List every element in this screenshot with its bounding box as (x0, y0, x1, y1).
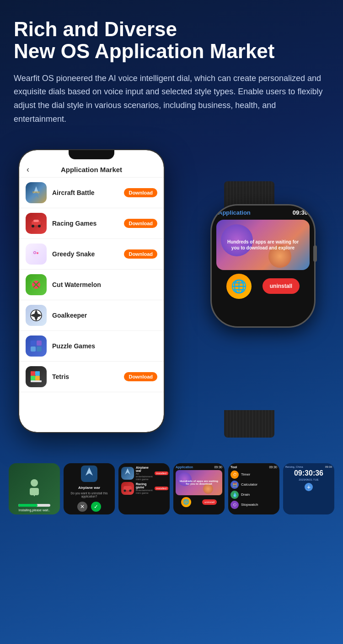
svg-rect-26 (31, 380, 42, 382)
app-name: Goalkeeper (52, 312, 157, 319)
watch-bottom-row: 🌐 uninstall (216, 274, 310, 299)
app-name: Greedy Snake (52, 250, 124, 258)
thumb-app-info: Racing game entertainment mini game (136, 482, 153, 494)
thumb-app-icon (121, 482, 134, 495)
thumb-tool-header: Tool 09:30 (230, 465, 277, 469)
calculator-icon: 🧮 (230, 481, 239, 489)
thumb-globe-button[interactable]: 🌐 (181, 497, 191, 507)
aircraft-icon (26, 182, 47, 203)
watch-globe-button[interactable]: 🌐 (226, 274, 252, 299)
thumbnail-uninstall-confirm: Airplane war Do you want to uninstall th… (64, 463, 115, 514)
thumb-watch-actions: 🌐 uninstall (176, 497, 222, 507)
phone-screen: ‹ Application Market Aircraft Battle Dow… (19, 150, 164, 432)
app-market-header: ‹ Application Market (19, 161, 164, 178)
thumbnail-installing: Installing,please wait.. (9, 463, 60, 514)
app-name: Cut Watermelon (52, 281, 157, 288)
watch-time: 09:30 (293, 209, 308, 216)
thumbnail-app-list: Airplane war An entertainment mini game … (118, 463, 170, 514)
app-name: Tetris (52, 373, 124, 380)
list-item: Aircraft Battle Download (19, 178, 164, 208)
phone-notch (69, 150, 114, 159)
thumb-app-sub: An entertainment mini game (136, 472, 153, 481)
item-label: Drain (241, 492, 250, 497)
back-icon[interactable]: ‹ (27, 165, 29, 174)
list-item: Racing game entertainment mini game inst… (121, 482, 167, 495)
item-label: Stopwatch (241, 503, 258, 507)
list-item: Racing Games Download (19, 208, 164, 239)
thumb-clock-header: Beising, China 09:30 (285, 465, 332, 468)
thumb-time: 09:30 (269, 465, 277, 469)
thumb-cancel-button[interactable]: ✕ (77, 502, 87, 512)
item-label: Calculator (241, 482, 257, 487)
thumb-tool-label: Tool (230, 465, 237, 469)
thumb-app-icon (81, 465, 97, 484)
add-clock-button[interactable]: + (305, 483, 313, 491)
list-item: 💧 Drain (230, 491, 277, 499)
svg-point-35 (124, 489, 126, 492)
svg-rect-21 (37, 346, 42, 352)
devices-section: ‹ Application Market Aircraft Battle Dow… (0, 145, 343, 456)
list-item: Airplane war An entertainment mini game … (121, 466, 167, 481)
svg-point-27 (31, 479, 38, 487)
download-button[interactable]: Download (124, 188, 157, 197)
app-name: Aircraft Battle (52, 189, 124, 196)
thumb-app-name: Racing game (136, 482, 153, 489)
svg-rect-22 (31, 371, 35, 376)
phone-mockup: ‹ Application Market Aircraft Battle Dow… (18, 149, 165, 433)
list-item: Tetris Download (19, 362, 164, 392)
thumb-confirm-button[interactable]: ✓ (91, 502, 101, 512)
svg-point-10 (34, 252, 36, 253)
app-name: Racing Games (52, 220, 124, 227)
watch-app-label: Application (218, 209, 251, 216)
thumb-installed-badge: installed (155, 487, 168, 490)
list-item: ⏲ Stopwatch (230, 501, 277, 509)
svg-rect-23 (35, 371, 40, 376)
progress-fill (18, 504, 38, 507)
thumb-app-label: Application (176, 465, 193, 469)
download-button[interactable]: Download (124, 249, 157, 259)
list-item: ⏱ Timer (230, 471, 277, 479)
thumb-installed-badge: installed (155, 471, 168, 475)
snake-icon (26, 244, 47, 265)
thumb-uninstall-button[interactable]: uninstall (202, 499, 217, 505)
app-list: Aircraft Battle Download Racing Games Do… (19, 178, 164, 392)
download-button[interactable]: Download (124, 219, 157, 228)
list-item: Puzzle Games (19, 331, 164, 362)
app-name: Puzzle Games (52, 342, 157, 350)
thumb-app-name: Airplane war (78, 486, 100, 490)
svg-rect-2 (32, 191, 40, 193)
racing-icon (26, 213, 47, 234)
svg-rect-19 (37, 341, 42, 346)
svg-point-6 (38, 225, 41, 227)
install-icon (23, 476, 46, 502)
watch-promo-banner: Hundreds of apps are waiting for you to … (216, 220, 310, 270)
svg-marker-32 (125, 468, 130, 475)
list-item: Greedy Snake Download (19, 239, 164, 270)
thumbnails-section: Installing,please wait.. Airplane war Do… (0, 456, 343, 522)
svg-rect-7 (33, 220, 39, 222)
watch-case: Application 09:30 Hundreds of apps are w… (210, 204, 316, 328)
watch-band-bottom (224, 410, 274, 438)
puzzle-icon (26, 336, 47, 357)
timer-icon: ⏱ (230, 471, 239, 479)
clock-display: 09:30:36 (285, 469, 332, 477)
goalkeeper-icon (26, 305, 47, 326)
watch-promo-text: Hundreds of apps are waiting for you to … (216, 239, 310, 251)
download-button[interactable]: Download (124, 372, 157, 381)
svg-point-8 (32, 249, 41, 259)
hero-description: Wearfit OS pioneered the AI voice intell… (14, 72, 329, 126)
thumb-app-icon (121, 467, 134, 480)
app-market-title: Application Market (61, 166, 122, 173)
date-display: 2023/08/21 TUE (285, 478, 332, 481)
list-item: Cut Watermelon (19, 270, 164, 300)
watch-screen: Application 09:30 Hundreds of apps are w… (212, 206, 314, 326)
drain-icon: 💧 (230, 491, 239, 499)
watermelon-icon (26, 274, 47, 295)
thumbnail-world-clock: Beising, China 09:30 09:30:36 2023/08/21… (283, 463, 334, 514)
item-label: Timer (241, 472, 250, 476)
list-item: 🧮 Calculator (230, 481, 277, 489)
time-label: 09:30 (325, 465, 332, 468)
watch-content-area: Hundreds of apps are waiting for you to … (212, 218, 314, 301)
watch-crown (313, 245, 317, 262)
watch-uninstall-button[interactable]: uninstall (263, 278, 300, 294)
